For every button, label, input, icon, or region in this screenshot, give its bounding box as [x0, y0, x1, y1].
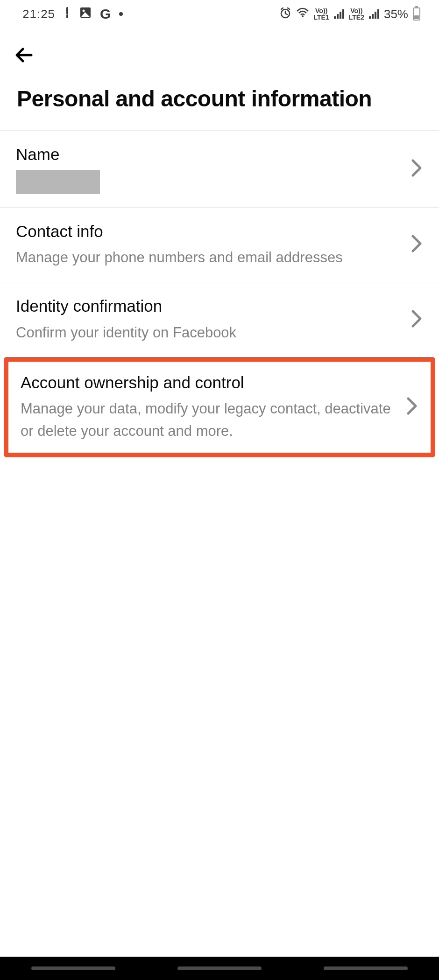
svg-point-3 [302, 15, 304, 17]
lte-label-2: LTE2 [349, 14, 364, 21]
vo-label-2: Vo)) [350, 7, 362, 14]
battery-percent: 35% [384, 7, 408, 21]
nav-recents[interactable] [31, 966, 115, 970]
highlight-box: Account ownership and control Manage you… [4, 357, 435, 458]
signal-1-icon [334, 9, 344, 19]
status-bar: 21:25 G Vo)) LTE1 Vo)) LT [0, 0, 439, 28]
vo-label-1: Vo)) [315, 7, 327, 14]
alarm-icon [279, 7, 291, 21]
back-button[interactable] [11, 42, 37, 68]
row-ownership-title: Account ownership and control [21, 372, 396, 393]
row-contact-title: Contact info [16, 221, 401, 242]
row-identity-sub: Confirm your identity on Facebook [16, 322, 401, 344]
row-ownership[interactable]: Account ownership and control Manage you… [8, 362, 431, 453]
picture-icon [79, 7, 92, 22]
status-left: 21:25 G [22, 6, 123, 22]
page-title: Personal and account information [0, 86, 439, 131]
android-nav-bar [0, 957, 439, 980]
row-ownership-sub: Manage your data, modify your legacy con… [21, 398, 396, 442]
nav-home[interactable] [177, 966, 262, 970]
dot-icon [119, 12, 123, 16]
chevron-right-icon [410, 158, 423, 180]
row-identity[interactable]: Identity confirmation Confirm your ident… [0, 282, 439, 357]
row-identity-title: Identity confirmation [16, 295, 401, 317]
lte-label-1: LTE1 [314, 14, 329, 21]
row-name[interactable]: Name [0, 131, 439, 208]
signal-2-icon [369, 9, 379, 19]
priority-icon [64, 7, 71, 21]
row-contact-sub: Manage your phone numbers and email addr… [16, 246, 401, 269]
status-right: Vo)) LTE1 Vo)) LTE2 35% [279, 7, 420, 21]
status-time: 21:25 [22, 7, 55, 21]
wifi-icon [296, 7, 309, 21]
chevron-right-icon [410, 308, 423, 331]
google-icon: G [100, 6, 111, 22]
battery-icon [413, 7, 420, 21]
row-name-title: Name [16, 144, 401, 165]
back-arrow-icon [13, 43, 36, 67]
row-name-redacted [16, 170, 100, 194]
row-contact[interactable]: Contact info Manage your phone numbers a… [0, 208, 439, 283]
header [0, 28, 439, 88]
chevron-right-icon [405, 396, 418, 418]
nav-back[interactable] [324, 966, 408, 970]
svg-point-1 [83, 9, 85, 12]
chevron-right-icon [410, 233, 423, 256]
